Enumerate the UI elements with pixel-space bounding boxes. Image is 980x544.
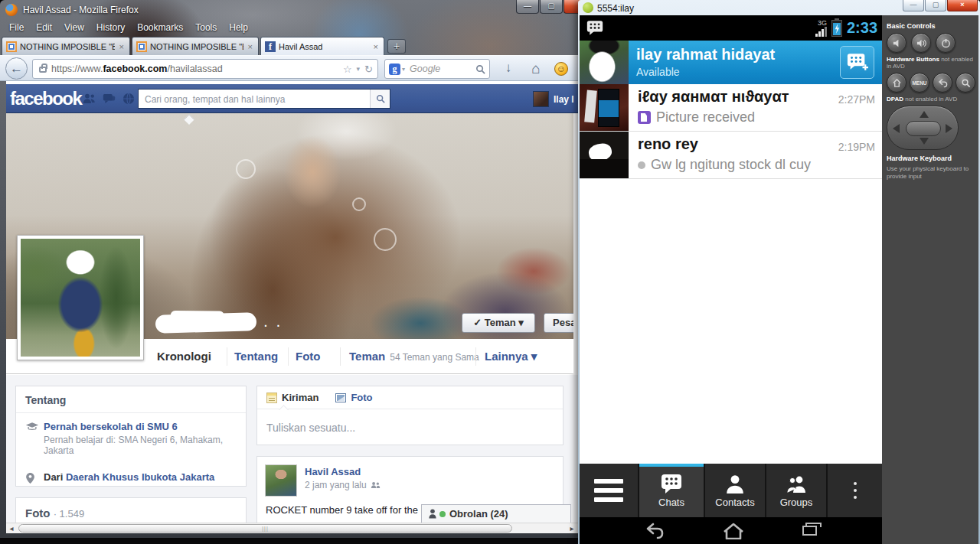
- home-icon[interactable]: ⌂: [527, 60, 545, 77]
- menu-help[interactable]: Help: [223, 21, 254, 36]
- tab-foto[interactable]: Foto: [296, 350, 320, 363]
- menu-edit[interactable]: Edit: [30, 21, 58, 36]
- emu-menu-button[interactable]: MENU: [910, 73, 929, 93]
- tab-teman[interactable]: Teman54 Teman yang Sama: [349, 350, 479, 363]
- facebook-search[interactable]: Cari orang, tempat dan hal lainnya: [138, 89, 390, 109]
- emulator-window-title: 5554:ilay: [597, 3, 634, 14]
- android-home-icon[interactable]: [723, 523, 744, 539]
- minimize-button[interactable]: —: [903, 0, 924, 11]
- browser-tab-3-active[interactable]: f Havil Assad ×: [260, 37, 384, 55]
- tab-close-icon[interactable]: ×: [372, 42, 380, 51]
- bookmark-star-icon[interactable]: ☆: [343, 64, 352, 75]
- profile-picture[interactable]: [17, 235, 144, 360]
- menu-tab[interactable]: [580, 464, 638, 517]
- emu-back-button[interactable]: [933, 73, 952, 93]
- tab-groups[interactable]: Groups: [766, 464, 826, 517]
- emulator-body: 3G 2:33 ilay rahmat hidayat Available iℓ…: [580, 15, 978, 544]
- power-icon: [941, 38, 951, 48]
- new-chat-button[interactable]: [840, 46, 874, 79]
- facebook-user-menu[interactable]: Ilay I: [533, 91, 574, 107]
- search-bar[interactable]: g ▾ Google: [384, 59, 490, 79]
- minimize-button[interactable]: —: [516, 0, 539, 14]
- scroll-right-arrow[interactable]: ▸: [567, 523, 577, 534]
- post-author-name[interactable]: Havil Assad: [305, 466, 361, 477]
- dropdown-caret-icon[interactable]: ▾: [357, 65, 361, 73]
- downloads-icon[interactable]: ↓: [499, 60, 518, 76]
- about-hometown-text[interactable]: Dari Daerah Khusus Ibukota Jakarta: [44, 471, 237, 483]
- dpad-left-icon[interactable]: [893, 124, 900, 133]
- maximize-button[interactable]: ▢: [925, 0, 946, 11]
- search-icon[interactable]: [475, 64, 485, 74]
- composer-tab-foto[interactable]: Foto: [335, 392, 372, 403]
- bbm-profile-avatar[interactable]: [580, 41, 629, 84]
- chat-list-item-1[interactable]: iℓαy яαнмαт нιϑαyαт 2:27PM Picture recei…: [580, 84, 882, 132]
- about-hometown-row[interactable]: Dari Daerah Khusus Ibukota Jakarta: [16, 464, 246, 483]
- emu-home-button[interactable]: [887, 73, 906, 93]
- tab-lainnya[interactable]: Lainnya ▾: [485, 350, 537, 363]
- hometown-place[interactable]: Daerah Khusus Ibukota Jakarta: [66, 471, 214, 483]
- android-recents-icon[interactable]: [802, 526, 817, 536]
- back-button[interactable]: ←: [5, 57, 28, 80]
- reload-icon[interactable]: ↻: [364, 64, 373, 75]
- messages-icon[interactable]: [103, 93, 116, 105]
- chat-sidebar-toggle[interactable]: Obrolan (24): [421, 504, 571, 523]
- chat-bar-label: Obrolan (24): [449, 508, 508, 520]
- composer-tab-kiriman[interactable]: Kiriman: [266, 392, 318, 403]
- firefox-titlebar[interactable]: Havil Assad - Mozilla Firefox — ▢ ×: [0, 0, 579, 20]
- about-education-text[interactable]: Pernah bersekolah di SMU 6: [44, 421, 237, 432]
- post-author-avatar[interactable]: [265, 464, 297, 497]
- close-button[interactable]: ×: [947, 0, 978, 11]
- url-bar[interactable]: https://www.facebook.com/havilalassad ☆ …: [32, 59, 378, 79]
- tab-kronologi[interactable]: Kronologi: [157, 350, 211, 363]
- chat-last-message: Gw lg ngitung stock dl cuy: [651, 157, 811, 173]
- volume-up-button[interactable]: [911, 33, 931, 53]
- power-button[interactable]: [936, 33, 956, 53]
- friend-status-button[interactable]: ✓ Teman ▾: [462, 313, 535, 333]
- bbm-profile-header[interactable]: ilay rahmat hidayat Available: [580, 41, 882, 84]
- dpad-control[interactable]: [887, 106, 959, 150]
- browser-tab-1[interactable]: NOTHING IMPOSIBLE "BBM for PC" | ... ×: [2, 37, 130, 55]
- post-timestamp[interactable]: 2 jam yang lalu: [305, 480, 367, 490]
- hardware-buttons-label: Hardware Buttons not enabled in AVD: [887, 56, 974, 70]
- tab-close-icon[interactable]: ×: [247, 42, 254, 51]
- phone-screen: 3G 2:33 ilay rahmat hidayat Available iℓ…: [580, 15, 882, 544]
- facebook-search-input[interactable]: Cari orang, tempat dan hal lainnya: [139, 90, 370, 108]
- horizontal-scrollbar[interactable]: ◂ ||| ▸: [6, 523, 579, 533]
- menu-view[interactable]: View: [58, 21, 90, 36]
- facebook-search-button[interactable]: [370, 90, 390, 108]
- dpad-down-icon[interactable]: [920, 138, 929, 145]
- scrollbar-thumb[interactable]: |||: [18, 524, 512, 533]
- tab-close-icon[interactable]: ×: [118, 42, 126, 51]
- dpad-up-icon[interactable]: [920, 111, 929, 118]
- google-engine-icon[interactable]: g: [389, 64, 400, 75]
- new-tab-button[interactable]: +: [387, 39, 406, 54]
- menu-file[interactable]: File: [3, 21, 30, 36]
- maximize-button[interactable]: ▢: [540, 0, 563, 14]
- notifications-globe-icon[interactable]: [122, 93, 135, 105]
- menu-bookmarks[interactable]: Bookmarks: [131, 21, 189, 36]
- overflow-menu-tab[interactable]: [828, 464, 882, 517]
- tab-contacts[interactable]: Contacts: [705, 464, 765, 517]
- tab-chats[interactable]: Chats: [639, 464, 704, 517]
- message-button[interactable]: Pesan: [544, 313, 573, 333]
- tab-tentang[interactable]: Tentang: [234, 350, 278, 363]
- smiley-addon-icon[interactable]: ☺: [554, 62, 568, 76]
- photos-box-title[interactable]: Foto · 1.549: [16, 498, 246, 523]
- dpad-center-button[interactable]: [906, 121, 941, 136]
- about-education-row[interactable]: Pernah bersekolah di SMU 6 Pernah belaja…: [16, 413, 246, 456]
- friend-requests-icon[interactable]: [83, 93, 96, 105]
- menu-history[interactable]: History: [90, 21, 131, 36]
- android-back-icon[interactable]: [645, 523, 665, 539]
- photos-title-label[interactable]: Foto: [25, 507, 50, 520]
- emulator-titlebar[interactable]: 5554:ilay — ▢ ×: [578, 0, 980, 15]
- chat-list-item-2[interactable]: reno rey 2:19PM Gw lg ngitung stock dl c…: [580, 132, 882, 179]
- facebook-logo[interactable]: facebook: [10, 88, 81, 109]
- engine-caret-icon[interactable]: ▾: [402, 66, 405, 73]
- dpad-right-icon[interactable]: [946, 124, 952, 133]
- emu-search-button[interactable]: [956, 73, 975, 93]
- composer-input[interactable]: Tuliskan sesuatu...: [257, 409, 563, 446]
- scroll-left-arrow[interactable]: ◂: [6, 523, 17, 534]
- volume-down-button[interactable]: [887, 33, 906, 53]
- browser-tab-2[interactable]: NOTHING IMPOSIBLE "BBM for PC" -... ×: [132, 37, 259, 55]
- menu-tools[interactable]: Tools: [189, 21, 223, 36]
